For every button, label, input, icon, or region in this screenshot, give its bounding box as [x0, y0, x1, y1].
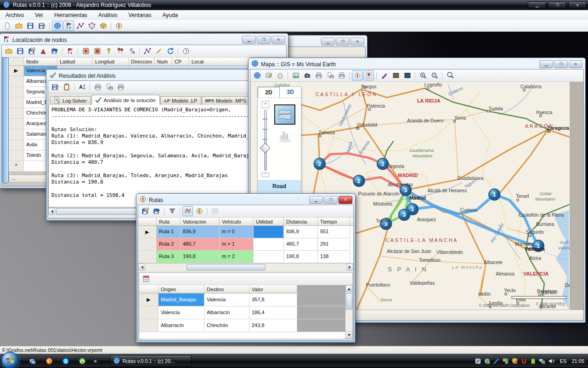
- bluepen-icon[interactable]: [493, 357, 500, 364]
- routes-hscrollbar[interactable]: [138, 263, 353, 270]
- menu-herramientas[interactable]: Herramientas: [49, 11, 93, 20]
- detail-cell[interactable]: Albarracín: [204, 306, 249, 319]
- map-window-titlebar[interactable]: Mapa :: GIS = Ms Virtual Earth ▁ ❐ ✕: [250, 59, 584, 69]
- route-cell[interactable]: 836,9: [181, 226, 220, 238]
- map-2d-view-icon[interactable]: [274, 104, 295, 125]
- firefox-icon[interactable]: [44, 356, 54, 366]
- scroll-up-arrow[interactable]: [345, 285, 352, 292]
- column-header-latitud[interactable]: Latitud: [57, 58, 93, 65]
- tab-modelo-mps[interactable]: MPSModelo .MPS: [202, 96, 250, 105]
- route-row[interactable]: Ruta 2480,7m = 1480,7291: [138, 238, 353, 251]
- route-cell[interactable]: [254, 226, 284, 238]
- tab-2d[interactable]: 2D: [258, 87, 280, 98]
- diskpen-icon[interactable]: [50, 82, 60, 92]
- menu-ventanas[interactable]: Ventanas: [123, 11, 157, 20]
- column-header-cp[interactable]: CP: [172, 58, 189, 65]
- route-cell[interactable]: Ruta 3: [157, 251, 181, 263]
- tab-an-lisis-de-la-soluci-n[interactable]: Análisis de la solución: [91, 95, 160, 105]
- docprint-icon[interactable]: [104, 82, 114, 92]
- scroll-left-arrow[interactable]: [48, 208, 55, 215]
- close-button[interactable]: ✕: [569, 60, 582, 68]
- stamp-icon[interactable]: [38, 46, 48, 56]
- folder-icon[interactable]: [3, 46, 14, 56]
- column-header-selector[interactable]: [138, 218, 157, 225]
- pin-icon[interactable]: [103, 46, 114, 56]
- flag1-icon[interactable]: 1: [65, 46, 75, 56]
- mapedit-icon[interactable]: [263, 70, 274, 80]
- funnel-icon[interactable]: [167, 206, 177, 216]
- battery-icon[interactable]: [530, 357, 537, 364]
- route-cell[interactable]: 190,8: [284, 251, 318, 263]
- export-icon[interactable]: [151, 206, 162, 216]
- language-indicator[interactable]: ES: [560, 358, 567, 364]
- maximize-button[interactable]: ❐: [324, 196, 338, 204]
- close-button[interactable]: ✕: [339, 196, 352, 204]
- route-cell[interactable]: m = 2: [220, 251, 254, 263]
- camera-icon[interactable]: [302, 70, 312, 80]
- flag1-icon[interactable]: 1: [63, 21, 74, 31]
- column-header-vehiculo[interactable]: Vehiculo: [220, 218, 254, 225]
- tile2-icon[interactable]: [402, 70, 413, 80]
- cubenet-icon[interactable]: [86, 21, 97, 31]
- maximize-button[interactable]: ❐: [336, 38, 350, 46]
- column-header-valor[interactable]: Valor: [249, 285, 297, 293]
- column-header-tiempo[interactable]: Tiempo: [318, 218, 350, 225]
- search-icon[interactable]: [445, 70, 455, 80]
- routes-window-titlebar[interactable]: Rutas ▁ ❐ ✕: [138, 195, 354, 205]
- tab-modelo-lp[interactable]: .LPModelo .LP: [160, 96, 202, 105]
- zoomin-icon[interactable]: [418, 70, 428, 80]
- printer-icon[interactable]: [115, 82, 126, 92]
- redgrid-icon[interactable]: [141, 274, 151, 284]
- column-header-direccion[interactable]: Direccion: [129, 58, 155, 65]
- tab-3d[interactable]: 3D: [280, 87, 301, 98]
- scroll-thumb[interactable]: [187, 264, 266, 270]
- ruta-1-line[interactable]: [406, 190, 494, 214]
- marker-icon[interactable]: [379, 70, 390, 80]
- close-button[interactable]: ✕: [568, 1, 587, 9]
- detail-cell[interactable]: Valencia: [204, 293, 249, 306]
- route-cell[interactable]: 480,7: [284, 238, 318, 251]
- route-cell[interactable]: 551: [318, 226, 350, 238]
- column-header-origen[interactable]: Origen: [158, 285, 204, 293]
- globe-icon[interactable]: [52, 21, 62, 31]
- magnet-icon[interactable]: [520, 357, 527, 364]
- column-header-valoracion[interactable]: Valoracion: [181, 218, 220, 225]
- route-cell[interactable]: Ruta 1: [157, 226, 181, 238]
- msn-icon[interactable]: [77, 356, 87, 366]
- menu-ayuda[interactable]: Ayuda: [157, 11, 183, 20]
- tile1-icon[interactable]: [390, 70, 401, 80]
- doc-icon[interactable]: [2, 21, 12, 31]
- fontsize-icon[interactable]: A: [77, 82, 87, 92]
- detail-row[interactable]: AlbarracínChinchón243,8: [139, 319, 345, 332]
- detail-cell[interactable]: 357,8: [249, 293, 297, 306]
- close-button[interactable]: ✕: [351, 38, 364, 46]
- detail-cell[interactable]: Valencia: [158, 306, 204, 319]
- diskxml-icon[interactable]: XML: [26, 46, 37, 56]
- gridico-icon[interactable]: [209, 206, 220, 216]
- route-cell[interactable]: Ruta 2: [157, 238, 181, 251]
- home-icon[interactable]: [275, 70, 285, 80]
- route-row[interactable]: ▶Ruta 1836,9m = 0836,9551: [138, 226, 353, 238]
- route-row[interactable]: Ruta 3190,8m = 2190,8138: [138, 251, 353, 263]
- menu-archivo[interactable]: Archivo: [0, 11, 29, 20]
- menu-ver[interactable]: Ver: [29, 11, 49, 20]
- route-cell[interactable]: 190,8: [181, 251, 220, 263]
- printer-icon[interactable]: [313, 70, 324, 80]
- scroll-down-arrow[interactable]: [345, 332, 352, 339]
- column-header-selector[interactable]: [139, 285, 158, 293]
- diskxml-icon[interactable]: XML: [140, 206, 150, 216]
- nodedel-icon[interactable]: [92, 46, 102, 56]
- diskpen-icon[interactable]: [36, 21, 47, 31]
- route-cell[interactable]: 138: [318, 251, 350, 263]
- skype-icon[interactable]: S: [61, 356, 71, 366]
- collapsed-panel-tab[interactable]: [2, 58, 9, 184]
- route-cell[interactable]: m = 0: [220, 226, 254, 238]
- detail-cell[interactable]: 186,4: [249, 306, 297, 319]
- route-cell[interactable]: 836,9: [284, 226, 318, 238]
- zoom-slider[interactable]: + −: [260, 101, 271, 177]
- start-button[interactable]: [1, 352, 19, 368]
- polyline-icon[interactable]: [142, 46, 153, 56]
- image-icon[interactable]: [290, 70, 301, 80]
- compassbox-icon[interactable]: [352, 70, 362, 80]
- nodes-window-titlebar[interactable]: 1 Localización de nodos ▁ ❐ ✕: [1, 35, 287, 45]
